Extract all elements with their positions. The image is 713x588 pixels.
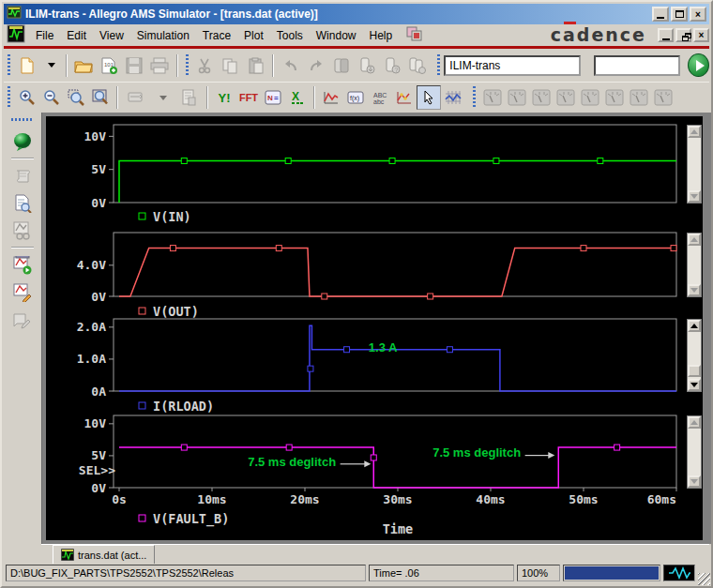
menu-item-window[interactable]: Window [310, 26, 363, 45]
add-trace-button[interactable] [319, 85, 343, 110]
zoom-area-button[interactable] [64, 85, 88, 110]
meter-button-3[interactable] [529, 85, 554, 110]
trace-marker [581, 246, 586, 251]
workbook-button[interactable] [328, 53, 354, 79]
redo-button[interactable] [303, 53, 328, 79]
waveform-plot-window[interactable]: 10V5V0VV(IN)4.0V0VV(OUT)2.0A1.0A0A1.3 AI… [46, 116, 703, 540]
float-window-icon[interactable] [406, 26, 423, 45]
menu-item-help[interactable]: Help [362, 26, 399, 45]
toolbar-grip[interactable] [6, 54, 12, 77]
marker-query-button[interactable]: ? [379, 53, 404, 79]
close-button[interactable]: × [690, 7, 706, 22]
toolbar-grip[interactable] [184, 54, 190, 77]
zoom-in-button[interactable] [15, 85, 39, 110]
text-label-button[interactable]: ABCabc [368, 85, 392, 110]
meter-button-1[interactable] [480, 85, 505, 110]
abc-lower: abc [373, 98, 385, 105]
view-simulation-results-button[interactable] [8, 217, 37, 244]
cut-button[interactable] [192, 53, 218, 79]
x-axis-settings-button[interactable]: X [285, 85, 310, 110]
copy-button[interactable] [218, 53, 243, 79]
x-tick-label: 30ms [383, 492, 412, 506]
menu-item-view[interactable]: View [93, 26, 130, 45]
new-file-button[interactable] [14, 53, 39, 79]
marker-min-button[interactable] [354, 53, 379, 79]
menu-item-simulation[interactable]: Simulation [130, 26, 196, 45]
fft-button[interactable]: FFT [236, 85, 261, 110]
menu-item-tools[interactable]: Tools [270, 26, 310, 45]
trace-V(OUT)[interactable] [119, 249, 676, 296]
meter-button-7[interactable] [627, 85, 651, 110]
minimize-button[interactable] [652, 7, 669, 22]
trace-V(FAULT_B)[interactable] [119, 447, 676, 488]
redraw-plot-button[interactable] [122, 84, 150, 111]
view-log-button[interactable] [174, 84, 203, 111]
menu-item-trace[interactable]: Trace [196, 26, 237, 45]
meter-button-2[interactable] [505, 85, 529, 110]
trace-marker [671, 246, 676, 251]
meter-button-8[interactable] [651, 85, 675, 110]
resize-grip[interactable] [698, 573, 710, 585]
scroll-up-icon[interactable] [688, 234, 701, 246]
zoom-fit-button[interactable] [88, 85, 113, 110]
toolbar-grip[interactable] [435, 54, 442, 77]
edit-notes-button[interactable] [8, 306, 37, 333]
waveform-chart[interactable]: 10V5V0VV(IN)4.0V0VV(OUT)2.0A1.0A0A1.3 AI… [46, 116, 686, 540]
simulation-status-button[interactable] [8, 128, 37, 155]
menu-item-plot[interactable]: Plot [237, 26, 270, 45]
new-file-dropdown[interactable] [39, 53, 61, 78]
plot1-vscrollbar[interactable] [687, 125, 702, 204]
maximize-button[interactable] [671, 7, 688, 22]
toolbar-grip[interactable] [6, 86, 13, 109]
undo-button[interactable] [278, 53, 303, 79]
trace-I(RLOAD)[interactable] [119, 325, 676, 391]
save-button[interactable] [122, 53, 147, 79]
view-output-file-button[interactable] [8, 189, 37, 217]
trace-marker [181, 158, 187, 163]
dropdown-arrow[interactable] [150, 85, 174, 110]
paste-button[interactable] [243, 53, 268, 79]
meter-button-5[interactable] [578, 85, 602, 110]
open-file-button[interactable] [71, 53, 97, 79]
meter-button-6[interactable] [602, 85, 627, 110]
search-input[interactable] [594, 55, 680, 76]
add-function-button[interactable]: f(x) [343, 85, 368, 110]
mdi-restore-button[interactable] [675, 28, 691, 42]
document-icon[interactable] [7, 24, 25, 47]
mesh-grid-button[interactable] [441, 85, 465, 110]
scroll-down-icon[interactable] [688, 190, 701, 203]
mdi-minimize-button[interactable] [658, 28, 674, 42]
scroll-down-icon[interactable] [688, 475, 701, 488]
meter-button-4[interactable] [554, 85, 578, 110]
plot2-vscrollbar[interactable] [687, 233, 702, 297]
plot4-vscrollbar[interactable] [687, 415, 702, 489]
simulation-profile-combo[interactable] [444, 55, 581, 76]
trace-V(IN)[interactable] [119, 160, 676, 203]
script-button[interactable] [8, 162, 37, 189]
run-probe-button[interactable] [8, 251, 37, 279]
scroll-up-icon[interactable] [688, 320, 701, 332]
run-simulation-button[interactable] [688, 53, 709, 77]
evaluate-measurement-button[interactable]: N= [261, 85, 285, 110]
scroll-down-icon[interactable] [688, 379, 701, 391]
scroll-up-icon[interactable] [688, 416, 701, 429]
menu-item-edit[interactable]: Edit [60, 26, 93, 45]
marker-list-button[interactable] [404, 53, 430, 79]
tab-trans-dat[interactable]: trans.dat (act... [53, 545, 155, 564]
open-simulation-button[interactable]: 101 [97, 53, 122, 79]
mdi-close-button[interactable]: × [693, 28, 709, 42]
print-button[interactable] [147, 53, 173, 79]
toolbar-grip[interactable] [471, 86, 478, 109]
zoom-out-button[interactable] [39, 85, 64, 110]
menu-item-file[interactable]: File [29, 26, 60, 45]
scroll-up-icon[interactable] [688, 126, 701, 138]
y-axis-settings-button[interactable]: Y! [212, 85, 236, 110]
toolbar-grip[interactable] [11, 116, 34, 124]
cursor-trace-button[interactable] [392, 85, 417, 110]
scroll-thumb[interactable] [688, 365, 701, 377]
pointer-tool-button[interactable] [417, 85, 441, 110]
plot3-vscrollbar[interactable] [687, 319, 702, 392]
legend-label-V(OUT): V(OUT) [153, 304, 199, 319]
edit-simulation-profile-button[interactable] [8, 279, 37, 306]
scroll-down-icon[interactable] [688, 284, 701, 296]
